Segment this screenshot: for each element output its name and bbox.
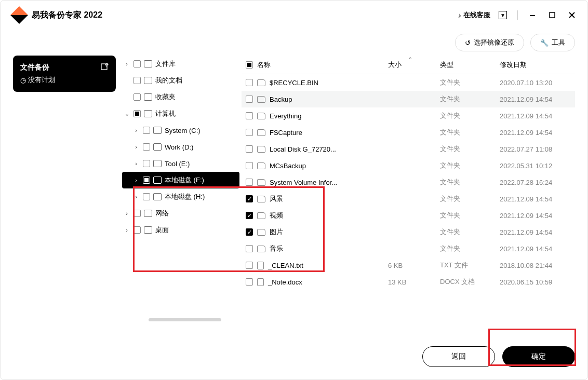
file-row[interactable]: Backup文件夹2021.12.09 14:54 bbox=[242, 91, 575, 107]
col-size-label[interactable]: 大小 bbox=[388, 60, 440, 70]
file-type: 文件夹 bbox=[440, 161, 500, 170]
tree-item[interactable]: ›Work (D:) bbox=[122, 139, 239, 155]
file-row[interactable]: 风景文件夹2021.12.09 14:54 bbox=[242, 191, 575, 207]
file-checkbox[interactable] bbox=[246, 96, 253, 103]
maximize-button[interactable] bbox=[545, 8, 559, 22]
file-name: FSCapture bbox=[270, 129, 302, 137]
file-date: 2021.12.09 14:54 bbox=[500, 112, 575, 120]
tree-checkbox[interactable] bbox=[133, 77, 141, 84]
tree-item[interactable]: ⌄计算机 bbox=[122, 105, 239, 122]
file-type: TXT 文件 bbox=[440, 261, 500, 270]
file-row[interactable]: _Note.docx13 KBDOCX 文档2020.06.15 10:59 bbox=[242, 274, 575, 290]
back-button[interactable]: 返回 bbox=[422, 346, 495, 367]
file-type: 文件夹 bbox=[440, 178, 500, 187]
tree-item[interactable]: ›System (C:) bbox=[122, 122, 239, 139]
tree-checkbox[interactable] bbox=[143, 177, 150, 184]
file-checkbox[interactable] bbox=[246, 112, 253, 119]
file-checkbox[interactable] bbox=[246, 262, 253, 269]
folder-icon bbox=[257, 179, 265, 186]
tree-item[interactable]: 收藏夹 bbox=[122, 89, 239, 105]
file-checkbox[interactable] bbox=[246, 278, 253, 286]
file-checkbox[interactable] bbox=[246, 162, 253, 169]
chevron-icon[interactable]: ⌄ bbox=[123, 111, 130, 117]
file-type: 文件夹 bbox=[440, 194, 500, 203]
dropdown-button[interactable]: ▼ bbox=[496, 8, 510, 22]
chevron-icon[interactable]: › bbox=[123, 227, 130, 233]
online-service-link[interactable]: ♪ 在线客服 bbox=[458, 10, 491, 20]
file-row[interactable]: $RECYCLE.BIN文件夹2020.07.10 13:20 bbox=[242, 74, 575, 91]
file-checkbox[interactable] bbox=[246, 145, 253, 153]
tree-checkbox[interactable] bbox=[143, 160, 150, 167]
chevron-icon[interactable]: › bbox=[132, 177, 140, 183]
folder-icon bbox=[257, 79, 265, 86]
tree-checkbox[interactable] bbox=[143, 127, 150, 134]
file-type: 文件夹 bbox=[440, 244, 500, 253]
restore-image-button[interactable]: ↺ 选择镜像还原 bbox=[455, 34, 524, 51]
file-row[interactable]: 视频文件夹2021.12.09 14:54 bbox=[242, 207, 575, 224]
chevron-icon[interactable]: › bbox=[132, 144, 140, 150]
clock-icon: ◷ bbox=[20, 76, 26, 84]
tree-item[interactable]: ›桌面 bbox=[122, 222, 239, 238]
file-checkbox[interactable] bbox=[246, 245, 253, 252]
ok-button[interactable]: 确定 bbox=[502, 346, 575, 367]
tree-checkbox[interactable] bbox=[143, 143, 150, 151]
disk-icon bbox=[153, 143, 162, 151]
folder-icon bbox=[257, 162, 265, 169]
file-row[interactable]: _CLEAN.txt6 KBTXT 文件2018.10.08 21:44 bbox=[242, 257, 575, 274]
file-name: 视频 bbox=[270, 211, 283, 220]
col-type-label[interactable]: 类型 bbox=[440, 60, 500, 70]
folder-icon bbox=[257, 129, 265, 136]
file-row[interactable]: Local Disk G_72720...文件夹2022.07.27 11:08 bbox=[242, 141, 575, 157]
file-name: $RECYCLE.BIN bbox=[270, 79, 318, 87]
tree-item[interactable]: ›本地磁盘 (F:) bbox=[122, 172, 239, 188]
file-checkbox[interactable] bbox=[246, 228, 253, 236]
file-row[interactable]: MCsBackup文件夹2022.05.31 10:12 bbox=[242, 157, 575, 174]
file-checkbox[interactable] bbox=[246, 79, 253, 86]
tree-checkbox[interactable] bbox=[143, 193, 150, 200]
tree-checkbox[interactable] bbox=[133, 60, 141, 67]
tools-button[interactable]: 🔧 工具 bbox=[530, 34, 575, 51]
col-date-label[interactable]: 修改日期 bbox=[500, 60, 575, 70]
file-row[interactable]: System Volume Infor...文件夹2022.07.28 16:2… bbox=[242, 174, 575, 191]
chevron-icon[interactable]: › bbox=[132, 160, 140, 167]
chevron-icon[interactable]: › bbox=[132, 194, 140, 200]
file-checkbox[interactable] bbox=[246, 212, 253, 219]
tree-checkbox[interactable] bbox=[133, 210, 141, 217]
file-name: _CLEAN.txt bbox=[268, 262, 303, 269]
tree-checkbox[interactable] bbox=[133, 93, 141, 101]
file-row[interactable]: 音乐文件夹2021.12.09 14:54 bbox=[242, 240, 575, 257]
tree-scrollbar[interactable] bbox=[149, 318, 221, 321]
col-name-label[interactable]: 名称 bbox=[257, 60, 271, 70]
select-all-checkbox[interactable] bbox=[246, 61, 253, 69]
tree-label: 计算机 bbox=[155, 109, 176, 118]
chevron-icon[interactable]: › bbox=[123, 61, 130, 67]
file-date: 2021.12.09 14:54 bbox=[500, 245, 575, 253]
tree-item[interactable]: 我的文档 bbox=[122, 72, 239, 89]
file-checkbox[interactable] bbox=[246, 129, 253, 136]
file-row[interactable]: Everything文件夹2021.12.09 14:54 bbox=[242, 107, 575, 124]
file-date: 2018.10.08 21:44 bbox=[500, 262, 575, 269]
disk-icon bbox=[153, 160, 162, 167]
tree-item[interactable]: ›文件库 bbox=[122, 56, 239, 72]
minimize-button[interactable] bbox=[525, 8, 540, 22]
folder-icon bbox=[257, 113, 265, 119]
file-name: System Volume Infor... bbox=[270, 179, 337, 186]
file-checkbox[interactable] bbox=[246, 195, 253, 202]
file-list-header: ⌃ 名称 大小 类型 修改日期 bbox=[242, 56, 575, 74]
tree-item[interactable]: ›Tool (E:) bbox=[122, 155, 239, 172]
folder-icon bbox=[257, 196, 265, 202]
tree-checkbox[interactable] bbox=[133, 226, 141, 234]
tree-checkbox[interactable] bbox=[133, 110, 141, 117]
chevron-icon[interactable]: › bbox=[132, 127, 140, 133]
tree-item[interactable]: ›本地磁盘 (H:) bbox=[122, 188, 239, 205]
edit-icon[interactable] bbox=[100, 63, 109, 73]
file-checkbox[interactable] bbox=[246, 179, 253, 186]
task-card[interactable]: 文件备份 ◷没有计划 bbox=[13, 56, 116, 92]
tree-item[interactable]: ›网络 bbox=[122, 205, 239, 222]
chevron-icon[interactable]: › bbox=[123, 210, 130, 216]
file-row[interactable]: FSCapture文件夹2021.12.09 14:54 bbox=[242, 124, 575, 141]
file-type: 文件夹 bbox=[440, 94, 500, 104]
pc-icon bbox=[144, 110, 152, 117]
file-row[interactable]: 图片文件夹2021.12.09 14:54 bbox=[242, 224, 575, 240]
close-button[interactable] bbox=[565, 8, 579, 22]
